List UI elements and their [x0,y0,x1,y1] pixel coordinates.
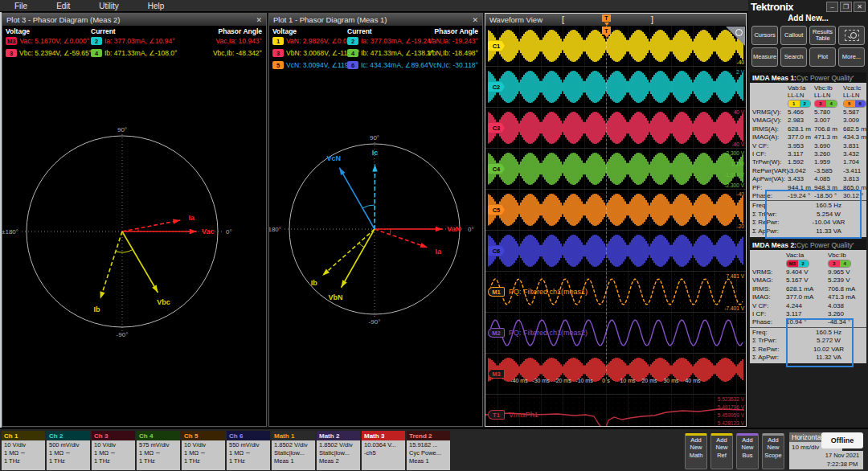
summary-row: Σ RePwr:-10.04 VAR [752,219,866,227]
waveform-slot-c3[interactable]: C340 V-40 V [485,107,746,148]
cursors-button[interactable]: Cursors [751,26,778,45]
time-label: -20 ms [554,378,571,383]
scale-label: 5.428123 V [718,421,744,426]
callout-button[interactable]: Callout [780,26,807,45]
add-new-label: Add New... [748,14,868,24]
meas-table-title: IMDA Meas 1: Cyc Power Quality' [750,72,866,83]
more-button[interactable]: More... [838,47,865,67]
trace-badge-c3[interactable]: C3 [488,123,505,133]
menu-file[interactable]: File [14,2,27,10]
scale-label: -20 [737,224,744,230]
channel-badge-math1[interactable]: Math 11.8502 V/divStatic|low...Meas 1 [272,431,315,470]
menu-edit[interactable]: Edit [56,2,70,10]
waveform-slot-t1[interactable]: T1VrmsPh15.523632 V5.491796 V5.459959 V5… [485,394,746,426]
meas-table-title: IMDA Meas 2: Cyc Power Quality' [750,240,866,250]
add-new-ref-button[interactable]: AddNewRef [710,433,733,469]
waveform-slot-m1[interactable]: M1PQ: Filtered ch1(meas1)7.481 V-7.401 V [485,271,746,312]
readout-row: M3Vac: 5.1670V, ∠0.000°2Ia: 377.03mA, ∠1… [2,37,266,49]
table-column-headers: Vac:IaM32Vbc:Ib34 [750,250,866,268]
time-label: -40 ms [510,378,527,383]
offline-button[interactable]: Offline [821,432,863,448]
scale-label: 5.523632 V [718,397,744,403]
channel-badge-ch1[interactable]: Ch 110 V/div1 MΩ ∼1 THz [2,431,45,470]
col-phasor-angle: Phasor Angle [435,27,478,35]
menu-help[interactable]: Help [148,2,165,10]
table-row: Phase:10.94 °-48.34 ° [750,318,866,326]
phasor-vector-Ib: Ib [311,229,375,287]
trace-badge-t1[interactable]: T1 [488,410,505,420]
trace-badge-c1[interactable]: C1 [488,41,505,51]
readout-row: 3VbN: 3.0068V, ∠-119.7°4Ib: 471.33mA, ∠-… [269,49,482,61]
waveform-slot-m3[interactable]: M3 [485,353,746,394]
svg-text:Ia: Ia [436,248,443,256]
trace-badge-c4[interactable]: C4 [488,164,505,174]
time-label: 40 ms [685,378,700,383]
overview-right-bracket-icon[interactable]: ] [651,14,653,24]
svg-text:Ib: Ib [311,279,318,287]
scale-label: 5.491796 V [718,405,744,411]
svg-text:Ia: Ia [188,214,195,222]
add-new-math-button[interactable]: AddNewMath [685,433,707,469]
scale-label: -40 [737,60,744,66]
summary-row: Σ RePwr:10.02 VAR [752,346,866,354]
waveform-view-title: Waveform View [489,15,542,24]
minimize-icon[interactable]: – [826,2,838,12]
add-new-scope-button[interactable]: AddNewScope [762,433,784,469]
table-row: I CF:3.1173.2603.432 [750,150,866,158]
trace-badge-c2[interactable]: C2 [488,82,505,92]
waveform-slot-m2[interactable]: M2PQ: Filtered ch1(meas2) [485,312,746,353]
table-row: PF:944.1 m948.3 m865.0 m [750,184,866,192]
close-window-icon[interactable]: ✕ [854,2,866,12]
table-row: Phase:-19.24 °-18.50 °30.12 ° [750,192,866,200]
trace-badge-m3[interactable]: M3 [488,369,505,379]
plot-button[interactable]: Plot [809,47,836,67]
measure-button[interactable]: Measure [751,47,778,67]
channel-badge-ch3[interactable]: Ch 310 V/div1 MΩ ∼1 THz [92,431,135,470]
zoom-tool-button[interactable] [838,26,865,45]
table-row: V CF:3.9533.6903.831 [750,142,866,150]
zoom-corner-icon[interactable] [726,27,745,46]
search-button[interactable]: Search [780,47,807,67]
plot3-panel: Plot 3 - Phasor Diagram (Meas 2) ✕ Volta… [2,13,267,427]
channel-chip: 3 [6,49,17,57]
tool-button-grid: CursorsCalloutResults TableMeasureSearch… [748,24,868,68]
readout-row: 5VcN: 3.0094V, ∠119.8°6Ic: 434.34mA, ∠89… [269,61,482,73]
trace-badge-c6[interactable]: C6 [488,246,505,256]
trace-badge-m2[interactable]: M2 [488,328,505,338]
oscilloscope-screen: FileEditUtilityHelp Plot 3 - Phasor Diag… [0,0,868,471]
waveform-slot-c6[interactable]: C6 [485,230,746,271]
svg-text:90°: 90° [370,134,379,141]
svg-text:±180°: ±180° [2,228,18,236]
table-row: VMAG:5.167 V5.239 V [750,276,866,285]
svg-text:0°: 0° [468,226,474,233]
channel-badge-trend2[interactable]: Trend 215.9182 ...Cyc Powe...Meas 1 [407,431,450,470]
time-label: -30 ms [532,378,549,383]
waveform-slot-c4[interactable]: C42.300 V1.150-1.150 V-2.300 V [485,148,746,189]
waveform-slot-c5[interactable]: C5-40-20 [485,189,746,230]
plot3-readout: VoltageCurrentPhasor AngleM3Vac: 5.1670V… [2,26,266,76]
trigger-overview-marker[interactable]: T [602,14,611,22]
channel-badge-ch5[interactable]: Ch 510 V/div1 MΩ ∼1 THz [182,431,225,470]
trigger-marker[interactable]: T [602,27,611,35]
channel-badge-math2[interactable]: Math 21.8502 V/divStatic|low...Meas 2 [317,431,360,470]
waveform-slot-c2[interactable]: C22 V [485,66,746,107]
results-table-button[interactable]: Results Table [809,26,836,45]
menu-utility[interactable]: Utility [99,2,118,10]
overview-left-bracket-icon[interactable]: [ [562,14,564,24]
scale-label: -7.401 V [724,306,744,312]
waveform-view-title-bar[interactable]: Waveform View [ T ] [485,14,746,26]
source-badge-pill: 34 [814,100,837,108]
channel-badge-ch4[interactable]: Ch 4575 mV/div1 MΩ ∼1 THz [137,431,180,470]
trace-badge-c5[interactable]: C5 [488,205,505,215]
channel-badge-math3[interactable]: Math 310.0364 V...-ch5 [362,431,405,470]
waveform-graticule[interactable]: C1-20-40C22 VC340 V-40 VC42.300 V1.150-1… [485,26,746,426]
trace-label-m2: PQ: Filtered ch1(meas2) [509,329,588,337]
restore-icon[interactable]: ❐ [840,2,852,12]
bottom-settings-bar: Ch 110 V/div1 MΩ ∼1 THzCh 2500 mV/div1 M… [0,428,868,471]
trace-badge-m1[interactable]: M1 [488,287,505,297]
channel-badge-ch2[interactable]: Ch 2500 mV/div1 MΩ ∼1 THz [47,431,90,470]
channel-chip: 6 [347,61,358,69]
channel-badge-ch6[interactable]: Ch 6550 mV/div1 MΩ ∼1 THz [227,431,270,470]
add-new-bus-button[interactable]: AddNewBus [736,433,759,469]
waveform-slot-c1[interactable]: C1-20-40 [485,26,746,66]
